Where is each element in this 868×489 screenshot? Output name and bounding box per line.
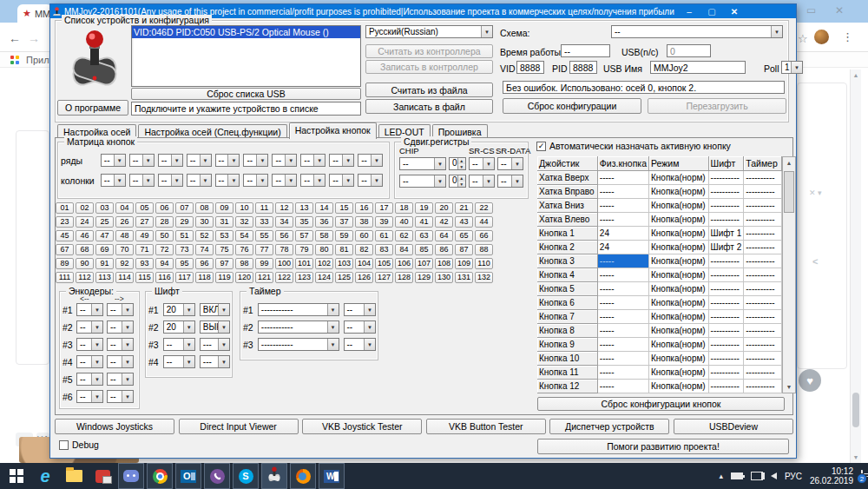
tab-Настройка осей (Спец.функции)[interactable]: Настройка осей (Спец.функции) <box>138 124 286 138</box>
grid-button-16[interactable]: 16 <box>355 202 373 214</box>
about-button[interactable]: О программе <box>57 100 128 116</box>
page-scrollbar[interactable]: ▲ ▼ <box>850 69 861 463</box>
grid-button-32[interactable]: 32 <box>235 216 253 228</box>
grid-button-27[interactable]: 27 <box>135 216 154 228</box>
timer-cell[interactable]: ---------- <box>744 226 782 240</box>
chip-select[interactable]: --▼ <box>399 175 446 188</box>
row-header-cell[interactable]: Хатка Вправо <box>537 184 597 198</box>
firefox-taskbar-icon[interactable] <box>290 463 316 489</box>
timer-cell[interactable]: ---------- <box>744 379 782 393</box>
vid-field[interactable]: 8888 <box>516 61 544 74</box>
grid-button-114[interactable]: 114 <box>115 272 134 283</box>
chevron-down-icon[interactable]: ▼ <box>285 155 296 166</box>
grid-button-120[interactable]: 120 <box>235 272 253 283</box>
grid-button-80[interactable]: 80 <box>315 244 333 255</box>
debug-checkbox[interactable]: Debug <box>59 439 99 450</box>
mode-cell[interactable]: Кнопка(норм) <box>649 184 709 198</box>
write-to-file-button[interactable]: Записать в файл <box>365 99 493 114</box>
shift-cell[interactable]: ---------- <box>708 295 744 309</box>
timer-cell[interactable]: ---------- <box>744 198 782 212</box>
encoder-left-select[interactable]: --▼ <box>76 303 103 316</box>
grid-button-77[interactable]: 77 <box>255 244 273 255</box>
grid-button-111[interactable]: 111 <box>56 272 74 283</box>
phys-button-cell[interactable]: ----- <box>597 365 648 379</box>
auto-assign-checkbox[interactable]: ✓ Автоматически назначать активную кнопк… <box>536 141 731 151</box>
shift-cell[interactable]: ---------- <box>708 281 744 295</box>
grid-button-103[interactable]: 103 <box>335 258 353 269</box>
grid-button-112[interactable]: 112 <box>76 272 94 283</box>
matrix-select[interactable]: --▼ <box>243 154 268 167</box>
mode-cell[interactable]: Кнопка(норм) <box>649 170 709 184</box>
grid-button-98[interactable]: 98 <box>235 258 253 269</box>
phys-button-cell[interactable]: ----- <box>597 198 648 212</box>
grid-button-84[interactable]: 84 <box>395 244 413 255</box>
matrix-select[interactable]: --▼ <box>187 154 212 167</box>
clock[interactable]: 10:12 26.02.2019 <box>810 466 853 486</box>
encoder-left-select[interactable]: --▼ <box>76 355 103 368</box>
mode-cell[interactable]: Кнопка(норм) <box>649 351 709 365</box>
read-from-controller-button[interactable]: Считать из контроллера <box>365 44 493 58</box>
grid-button-34[interactable]: 34 <box>275 216 293 228</box>
phys-button-cell[interactable]: ----- <box>597 281 648 295</box>
timer-cell[interactable]: ---------- <box>744 351 782 365</box>
timer-cell[interactable]: ---------- <box>744 365 782 379</box>
shift-cell[interactable]: ---------- <box>708 268 744 281</box>
chevron-down-icon[interactable]: ▼ <box>122 373 133 385</box>
close-button[interactable]: ✕ <box>725 7 744 17</box>
chevron-down-icon[interactable]: ▼ <box>122 339 133 350</box>
tool-button-vkb-button-tester[interactable]: VKB Button Tester <box>426 419 546 434</box>
donate-button[interactable]: Помоги развитию проекта! <box>537 439 789 454</box>
grid-button-113[interactable]: 113 <box>95 272 114 283</box>
grid-button-91[interactable]: 91 <box>95 258 114 269</box>
matrix-select[interactable]: --▼ <box>215 174 240 187</box>
usb-nc-field[interactable]: 0 <box>667 44 711 57</box>
grid-button-63[interactable]: 63 <box>415 230 433 241</box>
shift-cell[interactable]: ---------- <box>708 309 744 323</box>
timer-cell[interactable]: ---------- <box>744 240 782 254</box>
hidden-icons-chevron[interactable]: ▴ <box>719 472 723 480</box>
grid-button-83[interactable]: 83 <box>375 244 393 255</box>
grid-button-25[interactable]: 25 <box>95 216 114 228</box>
grid-button-127[interactable]: 127 <box>375 272 393 283</box>
row-header-cell[interactable]: Кнопка 3 <box>537 254 597 268</box>
timer-cell[interactable]: ---------- <box>744 295 782 309</box>
chip-select[interactable]: --▼ <box>399 157 446 170</box>
shift-mode-select[interactable]: ВЫКЛ▼ <box>200 320 230 334</box>
encoder-right-select[interactable]: --▼ <box>107 303 134 316</box>
grid-button-40[interactable]: 40 <box>395 216 413 228</box>
phys-button-cell[interactable]: ----- <box>597 379 648 393</box>
timer-value-select[interactable]: --▼ <box>344 338 376 351</box>
grid-button-79[interactable]: 79 <box>295 244 313 255</box>
grid-button-58[interactable]: 58 <box>315 230 333 241</box>
phys-button-cell[interactable]: ----- <box>597 170 648 184</box>
skype-taskbar-icon[interactable]: S <box>233 463 259 489</box>
scroll-down-icon[interactable]: ▼ <box>783 384 795 390</box>
chevron-down-icon[interactable]: ▼ <box>218 339 229 350</box>
shift-button-select[interactable]: --▼ <box>163 355 195 368</box>
scroll-thumb[interactable] <box>784 171 794 213</box>
chevron-down-icon[interactable]: ▼ <box>183 321 194 333</box>
chevron-down-icon[interactable]: ▼ <box>218 321 229 333</box>
encoder-right-select[interactable]: --▼ <box>107 320 134 334</box>
timer-target-select[interactable]: -----------▼ <box>258 303 339 316</box>
matrix-select[interactable]: --▼ <box>272 174 297 187</box>
grid-button-131[interactable]: 131 <box>455 272 473 283</box>
like-heart-icon[interactable]: ♥ <box>799 369 821 392</box>
reset-buttons-config-button[interactable]: Сброс конфигурации кнопок <box>537 397 785 411</box>
spin-down-icon[interactable]: ▼ <box>458 182 465 188</box>
apps-grid-icon[interactable] <box>10 56 19 64</box>
shift-cell[interactable]: Шифт 2 <box>708 240 744 254</box>
outlook-taskbar-icon[interactable]: O <box>175 463 201 489</box>
grid-button-37[interactable]: 37 <box>335 216 353 228</box>
grid-button-04[interactable]: 04 <box>115 202 134 214</box>
grid-button-18[interactable]: 18 <box>395 202 413 214</box>
grid-button-21[interactable]: 21 <box>455 202 473 214</box>
grid-button-59[interactable]: 59 <box>335 230 353 241</box>
mode-cell[interactable]: Кнопка(норм) <box>649 268 709 281</box>
chevron-down-icon[interactable]: ▼ <box>511 158 523 169</box>
row-header-cell[interactable]: Кнопка 1 <box>537 226 597 240</box>
matrix-select[interactable]: --▼ <box>101 154 126 167</box>
mode-cell[interactable]: Кнопка(норм) <box>649 254 709 268</box>
grid-button-74[interactable]: 74 <box>195 244 214 255</box>
action-center-icon[interactable]: 2 <box>861 471 863 481</box>
